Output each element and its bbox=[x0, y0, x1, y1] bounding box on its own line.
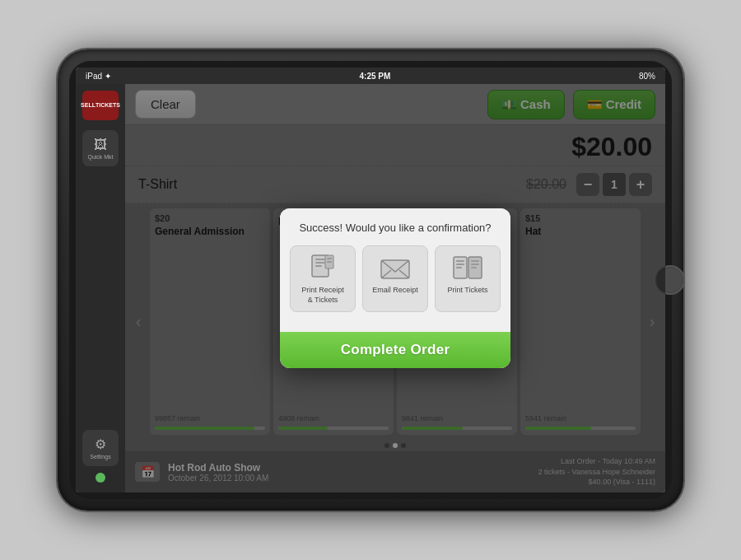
sidebar: SELL TICKETS 🖼 Quick Mkt ⚙ Settings bbox=[76, 84, 125, 492]
svg-rect-16 bbox=[471, 264, 479, 265]
print-receipt-icon bbox=[306, 253, 339, 281]
print-receipt-option[interactable]: Print Receipt& Tickets bbox=[290, 245, 356, 312]
tablet-screen: iPad ✦ 4:25 PM 80% SELL TICKETS 🖼 bbox=[76, 68, 665, 492]
status-left: iPad ✦ bbox=[86, 72, 111, 81]
battery-label: 80% bbox=[639, 72, 655, 81]
tablet-device: iPad ✦ 4:25 PM 80% SELL TICKETS 🖼 bbox=[58, 49, 683, 511]
online-indicator bbox=[96, 473, 105, 483]
email-receipt-icon bbox=[379, 253, 412, 281]
sidebar-item-label-settings: Settings bbox=[90, 454, 110, 460]
tablet-inner: iPad ✦ 4:25 PM 80% SELL TICKETS 🖼 bbox=[69, 61, 672, 499]
settings-icon: ⚙ bbox=[95, 436, 106, 452]
status-right: 80% bbox=[639, 72, 655, 81]
complete-order-button[interactable]: Complete Order bbox=[280, 332, 510, 368]
modal-overlay: Success! Would you like a confirmation? bbox=[125, 84, 665, 492]
svg-rect-6 bbox=[327, 261, 332, 263]
svg-rect-13 bbox=[456, 267, 462, 268]
sidebar-item-quick-market[interactable]: 🖼 Quick Mkt bbox=[82, 130, 119, 166]
print-tickets-icon bbox=[451, 253, 484, 281]
svg-rect-1 bbox=[315, 259, 325, 260]
print-tickets-option[interactable]: Print Tickets bbox=[435, 245, 501, 312]
svg-rect-15 bbox=[471, 260, 479, 262]
svg-rect-3 bbox=[315, 265, 322, 267]
email-receipt-option[interactable]: Email Receipt bbox=[362, 245, 428, 312]
confirmation-modal: Success! Would you like a confirmation? bbox=[280, 208, 510, 368]
ipad-label: iPad ✦ bbox=[86, 72, 111, 81]
svg-rect-11 bbox=[456, 260, 464, 262]
app-layout: SELL TICKETS 🖼 Quick Mkt ⚙ Settings bbox=[76, 84, 665, 492]
app-logo: SELL TICKETS bbox=[82, 91, 119, 120]
svg-rect-2 bbox=[315, 262, 325, 264]
svg-rect-5 bbox=[327, 258, 332, 259]
sidebar-item-settings[interactable]: ⚙ Settings bbox=[82, 430, 119, 466]
main-content: Clear 💵 Cash 💳 Credit $20.00 bbox=[125, 84, 665, 492]
quick-market-icon: 🖼 bbox=[94, 138, 107, 152]
svg-rect-12 bbox=[456, 264, 464, 265]
modal-body: Success! Would you like a confirmation? bbox=[280, 208, 510, 332]
print-tickets-label: Print Tickets bbox=[447, 286, 487, 296]
status-time: 4:25 PM bbox=[359, 72, 390, 81]
svg-rect-17 bbox=[471, 267, 477, 268]
status-bar: iPad ✦ 4:25 PM 80% bbox=[76, 68, 665, 84]
email-receipt-label: Email Receipt bbox=[372, 286, 418, 296]
print-receipt-label: Print Receipt& Tickets bbox=[301, 286, 344, 305]
sidebar-item-label-quick-market: Quick Mkt bbox=[87, 154, 113, 160]
modal-options: Print Receipt& Tickets bbox=[290, 245, 501, 312]
modal-title: Success! Would you like a confirmation? bbox=[290, 222, 501, 234]
